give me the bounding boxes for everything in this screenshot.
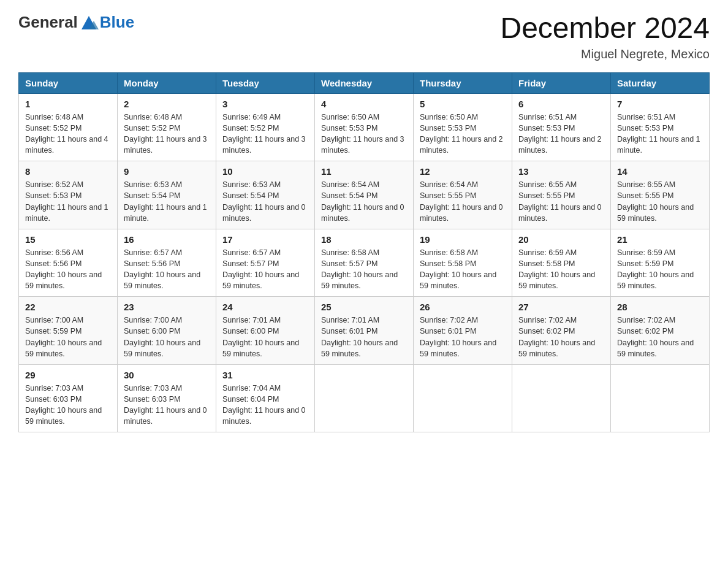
day-info: Sunrise: 6:54 AM Sunset: 5:55 PM Dayligh…: [420, 179, 506, 224]
weekday-header-sunday: Sunday: [19, 72, 118, 93]
calendar-cell: 19 Sunrise: 6:58 AM Sunset: 5:58 PM Dayl…: [414, 229, 512, 297]
day-number: 21: [617, 234, 703, 245]
day-number: 25: [321, 302, 407, 312]
calendar-cell: 23 Sunrise: 7:00 AM Sunset: 6:00 PM Dayl…: [118, 297, 216, 365]
title-block: December 2024 Miguel Negrete, Mexico: [500, 12, 710, 61]
calendar-cell: 6 Sunrise: 6:51 AM Sunset: 5:53 PM Dayli…: [512, 93, 611, 161]
calendar-cell: 13 Sunrise: 6:55 AM Sunset: 5:55 PM Dayl…: [512, 161, 611, 229]
logo-icon: [79, 12, 99, 32]
day-info: Sunrise: 6:51 AM Sunset: 5:53 PM Dayligh…: [518, 112, 604, 156]
day-number: 26: [420, 302, 506, 312]
calendar-cell: 7 Sunrise: 6:51 AM Sunset: 5:53 PM Dayli…: [611, 93, 710, 161]
day-number: 13: [518, 166, 604, 177]
day-info: Sunrise: 6:57 AM Sunset: 5:56 PM Dayligh…: [124, 247, 210, 292]
calendar-cell: 26 Sunrise: 7:02 AM Sunset: 6:01 PM Dayl…: [414, 297, 512, 365]
day-number: 14: [617, 166, 703, 177]
day-info: Sunrise: 6:55 AM Sunset: 5:55 PM Dayligh…: [518, 179, 604, 224]
day-info: Sunrise: 6:49 AM Sunset: 5:52 PM Dayligh…: [222, 112, 308, 156]
day-number: 10: [222, 166, 308, 177]
calendar-cell: 3 Sunrise: 6:49 AM Sunset: 5:52 PM Dayli…: [216, 93, 315, 161]
calendar-cell: 31 Sunrise: 7:04 AM Sunset: 6:04 PM Dayl…: [216, 364, 315, 432]
weekday-header-row: SundayMondayTuesdayWednesdayThursdayFrid…: [19, 72, 710, 93]
day-info: Sunrise: 7:00 AM Sunset: 6:00 PM Dayligh…: [124, 315, 210, 359]
day-number: 23: [124, 302, 210, 312]
logo: General Blue: [18, 12, 134, 32]
day-number: 7: [617, 99, 703, 109]
page-header: General Blue December 2024 Miguel Negret…: [18, 12, 710, 61]
weekday-header-saturday: Saturday: [611, 72, 710, 93]
weekday-header-thursday: Thursday: [414, 72, 512, 93]
day-info: Sunrise: 7:00 AM Sunset: 5:59 PM Dayligh…: [25, 315, 111, 359]
calendar-cell: 2 Sunrise: 6:48 AM Sunset: 5:52 PM Dayli…: [118, 93, 216, 161]
day-number: 16: [124, 234, 210, 245]
calendar-title: December 2024: [500, 12, 710, 45]
calendar-cell: 9 Sunrise: 6:53 AM Sunset: 5:54 PM Dayli…: [118, 161, 216, 229]
calendar-week-row: 15 Sunrise: 6:56 AM Sunset: 5:56 PM Dayl…: [19, 229, 710, 297]
day-info: Sunrise: 6:59 AM Sunset: 5:59 PM Dayligh…: [617, 247, 703, 292]
day-number: 17: [222, 234, 308, 245]
day-number: 22: [25, 302, 111, 312]
day-info: Sunrise: 6:50 AM Sunset: 5:53 PM Dayligh…: [420, 112, 506, 156]
day-number: 20: [518, 234, 604, 245]
calendar-week-row: 22 Sunrise: 7:00 AM Sunset: 5:59 PM Dayl…: [19, 297, 710, 365]
day-info: Sunrise: 7:04 AM Sunset: 6:04 PM Dayligh…: [222, 383, 308, 427]
day-number: 19: [420, 234, 506, 245]
day-info: Sunrise: 7:02 AM Sunset: 6:01 PM Dayligh…: [420, 315, 506, 359]
day-number: 12: [420, 166, 506, 177]
day-info: Sunrise: 7:02 AM Sunset: 6:02 PM Dayligh…: [518, 315, 604, 359]
calendar-table: SundayMondayTuesdayWednesdayThursdayFrid…: [18, 72, 710, 433]
calendar-cell: 20 Sunrise: 6:59 AM Sunset: 5:58 PM Dayl…: [512, 229, 611, 297]
weekday-header-monday: Monday: [118, 72, 216, 93]
day-number: 5: [420, 99, 506, 109]
day-info: Sunrise: 6:56 AM Sunset: 5:56 PM Dayligh…: [25, 247, 111, 292]
calendar-cell: 17 Sunrise: 6:57 AM Sunset: 5:57 PM Dayl…: [216, 229, 315, 297]
day-number: 27: [518, 302, 604, 312]
calendar-cell: 27 Sunrise: 7:02 AM Sunset: 6:02 PM Dayl…: [512, 297, 611, 365]
calendar-cell: 18 Sunrise: 6:58 AM Sunset: 5:57 PM Dayl…: [315, 229, 414, 297]
calendar-cell: 10 Sunrise: 6:53 AM Sunset: 5:54 PM Dayl…: [216, 161, 315, 229]
day-number: 28: [617, 302, 703, 312]
day-number: 15: [25, 234, 111, 245]
calendar-week-row: 29 Sunrise: 7:03 AM Sunset: 6:03 PM Dayl…: [19, 364, 710, 432]
logo-blue-text: Blue: [100, 13, 134, 32]
calendar-week-row: 1 Sunrise: 6:48 AM Sunset: 5:52 PM Dayli…: [19, 93, 710, 161]
calendar-cell: 11 Sunrise: 6:54 AM Sunset: 5:54 PM Dayl…: [315, 161, 414, 229]
day-info: Sunrise: 7:01 AM Sunset: 6:00 PM Dayligh…: [222, 315, 308, 359]
day-info: Sunrise: 6:53 AM Sunset: 5:54 PM Dayligh…: [124, 179, 210, 224]
calendar-cell: 5 Sunrise: 6:50 AM Sunset: 5:53 PM Dayli…: [414, 93, 512, 161]
calendar-cell: [512, 364, 611, 432]
day-info: Sunrise: 6:48 AM Sunset: 5:52 PM Dayligh…: [124, 112, 210, 156]
calendar-cell: 28 Sunrise: 7:02 AM Sunset: 6:02 PM Dayl…: [611, 297, 710, 365]
day-info: Sunrise: 6:50 AM Sunset: 5:53 PM Dayligh…: [321, 112, 407, 156]
calendar-cell: 21 Sunrise: 6:59 AM Sunset: 5:59 PM Dayl…: [611, 229, 710, 297]
day-info: Sunrise: 6:53 AM Sunset: 5:54 PM Dayligh…: [222, 179, 308, 224]
day-number: 8: [25, 166, 111, 177]
day-number: 31: [222, 370, 308, 380]
calendar-cell: 25 Sunrise: 7:01 AM Sunset: 6:01 PM Dayl…: [315, 297, 414, 365]
day-info: Sunrise: 7:03 AM Sunset: 6:03 PM Dayligh…: [25, 383, 111, 427]
calendar-cell: 14 Sunrise: 6:55 AM Sunset: 5:55 PM Dayl…: [611, 161, 710, 229]
calendar-cell: 4 Sunrise: 6:50 AM Sunset: 5:53 PM Dayli…: [315, 93, 414, 161]
calendar-cell: [315, 364, 414, 432]
day-info: Sunrise: 7:02 AM Sunset: 6:02 PM Dayligh…: [617, 315, 703, 359]
day-info: Sunrise: 7:03 AM Sunset: 6:03 PM Dayligh…: [124, 383, 210, 427]
calendar-cell: 24 Sunrise: 7:01 AM Sunset: 6:00 PM Dayl…: [216, 297, 315, 365]
day-info: Sunrise: 6:59 AM Sunset: 5:58 PM Dayligh…: [518, 247, 604, 292]
logo-general-text: General: [18, 13, 78, 32]
day-info: Sunrise: 6:55 AM Sunset: 5:55 PM Dayligh…: [617, 179, 703, 224]
calendar-cell: 30 Sunrise: 7:03 AM Sunset: 6:03 PM Dayl…: [118, 364, 216, 432]
calendar-cell: [414, 364, 512, 432]
day-number: 11: [321, 166, 407, 177]
day-info: Sunrise: 6:58 AM Sunset: 5:57 PM Dayligh…: [321, 247, 407, 292]
weekday-header-friday: Friday: [512, 72, 611, 93]
day-number: 29: [25, 370, 111, 380]
day-info: Sunrise: 6:58 AM Sunset: 5:58 PM Dayligh…: [420, 247, 506, 292]
calendar-cell: 29 Sunrise: 7:03 AM Sunset: 6:03 PM Dayl…: [19, 364, 118, 432]
day-info: Sunrise: 6:57 AM Sunset: 5:57 PM Dayligh…: [222, 247, 308, 292]
calendar-cell: 1 Sunrise: 6:48 AM Sunset: 5:52 PM Dayli…: [19, 93, 118, 161]
calendar-cell: 15 Sunrise: 6:56 AM Sunset: 5:56 PM Dayl…: [19, 229, 118, 297]
day-info: Sunrise: 7:01 AM Sunset: 6:01 PM Dayligh…: [321, 315, 407, 359]
calendar-cell: 16 Sunrise: 6:57 AM Sunset: 5:56 PM Dayl…: [118, 229, 216, 297]
calendar-subtitle: Miguel Negrete, Mexico: [500, 47, 710, 61]
day-number: 24: [222, 302, 308, 312]
